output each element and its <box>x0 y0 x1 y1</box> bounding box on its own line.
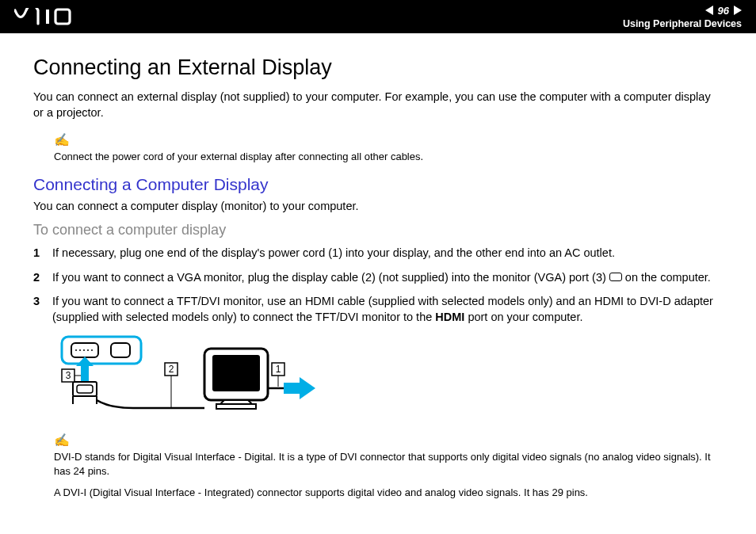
svg-marker-20 <box>300 377 315 399</box>
steps-list: If necessary, plug one end of the displa… <box>33 245 723 325</box>
diagram-label-3: 3 <box>66 370 71 381</box>
diagram-label-2: 2 <box>169 364 174 375</box>
svg-point-5 <box>79 349 81 351</box>
svg-rect-0 <box>46 10 49 24</box>
note-text-1: Connect the power cord of your external … <box>54 151 423 162</box>
page-navigator: 96 <box>705 5 742 17</box>
section-label: Using Peripheral Devices <box>623 18 742 29</box>
sub-heading: Connecting a Computer Display <box>33 175 723 194</box>
note-text-2a: DVI-D stands for Digital Visual Interfac… <box>54 450 723 480</box>
header-right: 96 Using Peripheral Devices <box>623 5 742 29</box>
vaio-logo <box>14 8 94 25</box>
sub-intro: You can connect a computer display (moni… <box>33 199 723 215</box>
page-title: Connecting an External Display <box>33 55 723 80</box>
svg-rect-19 <box>284 383 300 394</box>
step-3-text: If you want to connect a TFT/DVI monitor… <box>52 293 723 326</box>
svg-rect-10 <box>81 364 89 381</box>
connection-diagram: 3 2 1 <box>54 333 723 423</box>
page-number: 96 <box>718 5 729 17</box>
step-1-text: If necessary, plug one end of the displa… <box>52 245 615 261</box>
note-icon: ✍ <box>54 431 723 449</box>
next-page-icon[interactable] <box>734 6 742 15</box>
step-3: If you want to connect a TFT/DVI monitor… <box>33 293 723 326</box>
prev-page-icon[interactable] <box>705 6 713 15</box>
svg-point-8 <box>91 349 93 351</box>
svg-rect-1 <box>55 10 70 24</box>
svg-rect-17 <box>212 355 260 391</box>
page-content: Connecting an External Display You can c… <box>0 33 756 517</box>
note-block-2: ✍ DVI-D stands for Digital Visual Interf… <box>54 431 723 501</box>
step-2-text: If you want to connect a VGA monitor, pl… <box>52 269 711 285</box>
step-1: If necessary, plug one end of the displa… <box>33 245 723 261</box>
diagram-label-1: 1 <box>276 364 281 375</box>
vga-port-icon <box>609 273 622 281</box>
svg-rect-9 <box>111 343 130 357</box>
header-bar: 96 Using Peripheral Devices <box>0 0 756 33</box>
procedure-title: To connect a computer display <box>33 222 723 238</box>
step-2: If you want to connect a VGA monitor, pl… <box>33 269 723 285</box>
svg-point-6 <box>83 349 85 351</box>
note-text-2b: A DVI-I (Digital Visual Interface - Inte… <box>54 486 723 501</box>
svg-point-4 <box>75 349 77 351</box>
note-icon: ✍ <box>54 132 723 149</box>
svg-point-7 <box>87 349 89 351</box>
intro-text: You can connect an external display (not… <box>33 90 723 120</box>
note-block-1: ✍ Connect the power cord of your externa… <box>54 132 723 164</box>
